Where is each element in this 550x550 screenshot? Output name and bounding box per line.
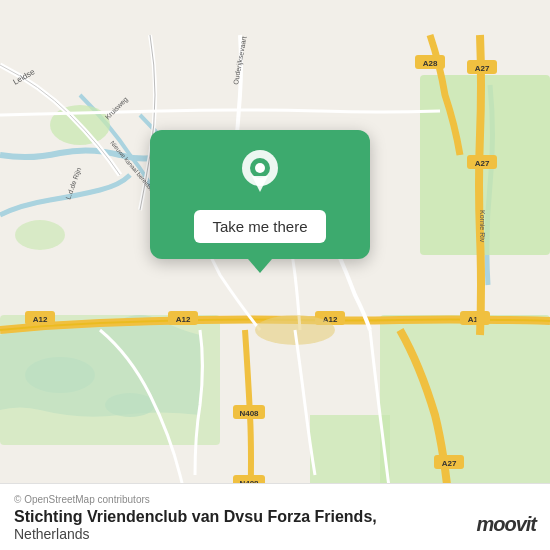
svg-text:A27: A27 <box>475 64 490 73</box>
svg-text:Kornie Riv: Kornie Riv <box>479 210 486 243</box>
svg-text:A27: A27 <box>475 159 490 168</box>
svg-text:A12: A12 <box>176 315 191 324</box>
svg-text:A28: A28 <box>423 59 438 68</box>
bottom-bar: © OpenStreetMap contributors Stichting V… <box>0 483 550 550</box>
take-me-there-button[interactable]: Take me there <box>194 210 325 243</box>
place-name: Stichting Vriendenclub van Dvsu Forza Fr… <box>14 508 536 526</box>
svg-point-7 <box>15 220 65 250</box>
place-country: Netherlands <box>14 526 536 542</box>
svg-text:N408: N408 <box>239 409 259 418</box>
moovit-logo: moovit <box>476 513 536 536</box>
location-pin-icon <box>234 148 286 200</box>
map-container: A12 A12 A12 A12 A27 A27 A27 A28 N408 N40… <box>0 0 550 550</box>
popup-card: Take me there <box>150 130 370 259</box>
svg-point-38 <box>255 163 265 173</box>
copyright-text: © OpenStreetMap contributors <box>14 494 536 505</box>
map-svg: A12 A12 A12 A12 A27 A27 A27 A28 N408 N40… <box>0 0 550 550</box>
moovit-brand-text: moovit <box>476 513 536 536</box>
svg-text:A12: A12 <box>33 315 48 324</box>
svg-rect-4 <box>0 315 220 445</box>
svg-text:A27: A27 <box>442 459 457 468</box>
